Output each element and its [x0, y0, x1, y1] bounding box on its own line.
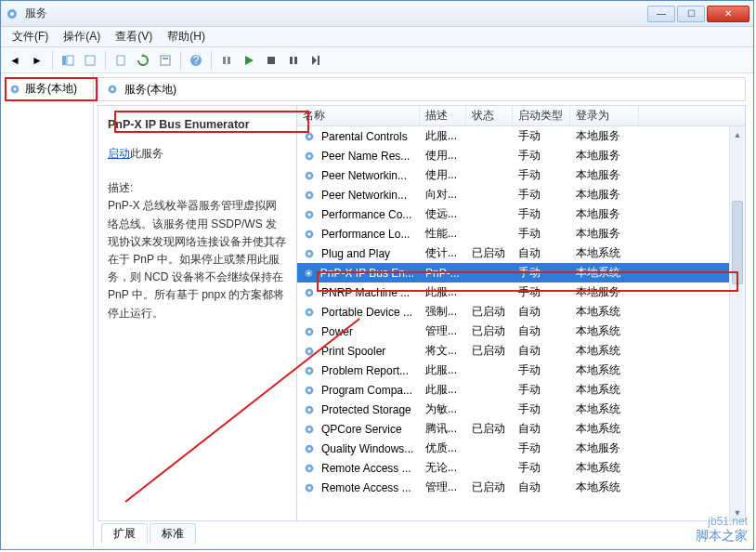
service-row[interactable]: Plug and Play使计...已启动自动本地系统 — [297, 243, 745, 263]
titlebar[interactable]: 服务 — ☐ ✕ — [1, 1, 753, 27]
service-row[interactable]: Portable Device ...强制...已启动自动本地系统 — [297, 302, 745, 322]
gear-icon — [303, 208, 316, 221]
tab-extended[interactable]: 扩展 — [101, 523, 148, 544]
cell-name: Plug and Play — [321, 247, 390, 260]
gear-icon — [303, 150, 316, 163]
scroll-thumb[interactable] — [732, 201, 743, 284]
restart-button[interactable] — [306, 50, 326, 71]
svg-point-27 — [307, 193, 311, 197]
service-row[interactable]: PnP-X IP Bus En...PnP-...手动本地系统 — [297, 263, 745, 283]
menu-action[interactable]: 操作(A) — [56, 27, 108, 46]
vertical-scrollbar[interactable]: ▲ ▼ — [729, 126, 745, 520]
cell-startup: 手动 — [513, 187, 570, 203]
col-logon[interactable]: 登录为 — [570, 106, 639, 125]
window-title: 服务 — [25, 6, 647, 21]
start-link[interactable]: 启动 — [108, 147, 130, 160]
svg-point-35 — [307, 271, 310, 274]
cell-logon: 本地系统 — [570, 323, 639, 339]
tree-root-item[interactable]: 服务(本地) — [5, 79, 89, 99]
service-row[interactable]: Problem Report...此服...手动本地系统 — [297, 361, 745, 380]
refresh-button[interactable] — [133, 50, 153, 71]
show-hide-tree-button[interactable] — [58, 50, 78, 71]
props2-button[interactable] — [155, 50, 176, 71]
pause-button[interactable] — [283, 50, 304, 71]
cell-desc: 此服... — [420, 362, 466, 378]
service-row[interactable]: Print Spooler将文...已启动自动本地系统 — [297, 341, 745, 361]
cell-desc: 此服... — [420, 382, 466, 398]
cell-name: Parental Controls — [321, 130, 408, 143]
service-row[interactable]: Performance Lo...性能...手动本地服务 — [297, 224, 745, 243]
cell-desc: 为敏... — [420, 401, 466, 417]
properties-button[interactable] — [80, 50, 100, 71]
svg-point-31 — [307, 232, 311, 236]
export-button[interactable] — [111, 50, 131, 71]
service-row[interactable]: Power管理...已启动自动本地系统 — [297, 322, 745, 341]
cell-status: 已启动 — [466, 343, 513, 359]
service-row[interactable]: Remote Access ...无论...手动本地系统 — [297, 458, 745, 478]
service-name: PnP-X IP Bus Enumerator — [108, 115, 287, 134]
scroll-up-icon[interactable]: ▲ — [730, 126, 745, 142]
service-row[interactable]: Remote Access ...管理...已启动自动本地系统 — [297, 478, 745, 497]
cell-name: Portable Device ... — [321, 306, 412, 319]
tree-pane: 服务(本地) — [1, 73, 94, 547]
minimize-button[interactable]: — — [647, 6, 675, 22]
start-suffix: 此服务 — [130, 147, 163, 160]
col-startup[interactable]: 启动类型 — [513, 106, 570, 125]
svg-point-1 — [10, 12, 14, 16]
svg-point-17 — [13, 87, 17, 91]
gear-icon — [8, 83, 21, 96]
service-row[interactable]: Protected Storage为敏...手动本地系统 — [297, 400, 745, 419]
svg-point-37 — [307, 291, 311, 295]
cell-desc: 管理... — [420, 480, 466, 495]
nav-forward-button[interactable]: ► — [27, 50, 47, 71]
svg-rect-11 — [228, 57, 230, 64]
service-row[interactable]: Peer Name Res...使用...手动本地服务 — [297, 146, 745, 165]
nav-back-button[interactable]: ◄ — [5, 50, 25, 71]
gear-icon — [303, 384, 316, 397]
gear-icon — [303, 247, 316, 260]
start-button[interactable] — [239, 50, 259, 71]
cell-name: Remote Access ... — [321, 481, 411, 494]
stop-button[interactable] — [261, 50, 281, 71]
service-row[interactable]: Peer Networkin...向对...手动本地服务 — [297, 185, 745, 204]
cell-name: PNRP Machine ... — [321, 286, 410, 299]
service-row[interactable]: Performance Co...使远...手动本地服务 — [297, 204, 745, 224]
gear-icon — [303, 189, 316, 202]
gear-icon — [303, 345, 316, 358]
svg-point-49 — [307, 408, 311, 412]
menu-view[interactable]: 查看(V) — [108, 27, 160, 46]
service-row[interactable]: Program Compa...此服...手动本地系统 — [297, 380, 745, 400]
cell-name: Print Spooler — [321, 345, 385, 358]
cell-name: PnP-X IP Bus En... — [320, 267, 414, 280]
close-button[interactable]: ✕ — [707, 6, 749, 22]
cell-logon: 本地服务 — [570, 167, 639, 183]
cell-startup: 自动 — [513, 304, 570, 320]
menu-file[interactable]: 文件(F) — [5, 27, 56, 46]
cell-logon: 本地服务 — [570, 128, 639, 144]
svg-rect-14 — [294, 57, 297, 64]
col-name[interactable]: 名称 — [297, 106, 420, 125]
service-row[interactable]: QPCore Service腾讯...已启动自动本地系统 — [297, 419, 745, 439]
tab-standard[interactable]: 标准 — [150, 523, 196, 544]
cell-name: Performance Lo... — [321, 228, 410, 241]
svg-point-55 — [307, 467, 311, 470]
help-button[interactable]: ? — [186, 50, 206, 71]
stop-pause-button[interactable] — [216, 50, 237, 71]
menu-help[interactable]: 帮助(H) — [160, 27, 213, 46]
service-row[interactable]: PNRP Machine ...此服...手动本地服务 — [297, 283, 745, 302]
gear-icon — [303, 286, 316, 299]
gear-icon — [303, 481, 316, 494]
svg-rect-13 — [290, 57, 293, 64]
service-row[interactable]: Peer Networkin...使用...手动本地服务 — [297, 165, 745, 185]
col-desc[interactable]: 描述 — [420, 106, 466, 125]
cell-logon: 本地系统 — [570, 265, 639, 281]
cell-desc: 此服... — [420, 284, 466, 300]
cell-desc: 向对... — [420, 187, 466, 203]
maximize-button[interactable]: ☐ — [677, 6, 705, 22]
service-row[interactable]: Quality Windows...优质...手动本地服务 — [297, 439, 745, 458]
service-list: 名称 描述 状态 启动类型 登录为 Parental Controls此服...… — [297, 106, 745, 520]
gear-icon — [303, 462, 316, 475]
col-status[interactable]: 状态 — [466, 106, 513, 125]
service-row[interactable]: Parental Controls此服...手动本地服务 — [297, 126, 745, 146]
cell-desc: 使用... — [420, 148, 466, 164]
